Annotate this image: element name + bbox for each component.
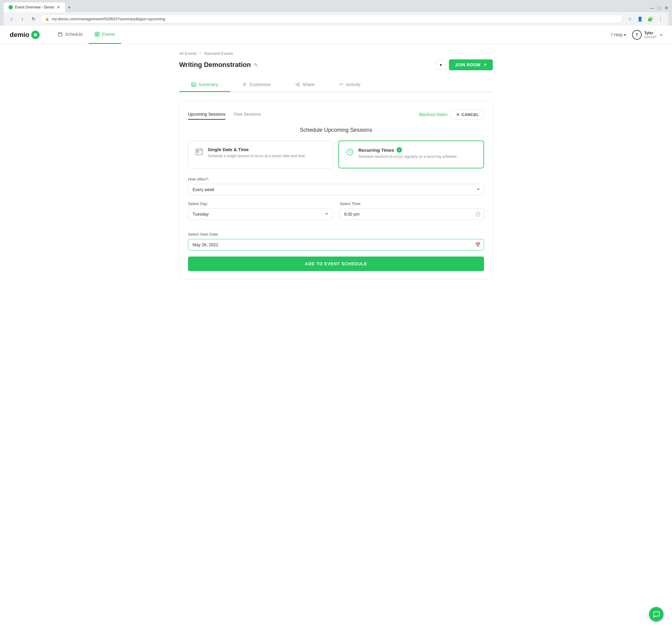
select-time-input[interactable] bbox=[340, 208, 484, 220]
bookmark-icon[interactable]: ☆ bbox=[625, 15, 634, 23]
start-date-label: Select Start Date: bbox=[188, 232, 484, 237]
recurring-icon bbox=[345, 147, 355, 157]
breadcrumb-all-events[interactable]: All Events bbox=[179, 51, 197, 56]
breadcrumb-separator: > bbox=[199, 51, 201, 56]
session-cards: Single Date & Time Schedule a single ses… bbox=[188, 141, 484, 168]
select-day-label: Select Day: bbox=[188, 202, 332, 206]
svg-point-15 bbox=[298, 85, 299, 86]
select-time-group: Select Time: 🕐 bbox=[340, 202, 484, 220]
day-time-row: Select Day: Monday Tuesday Wednesday Thu… bbox=[188, 202, 484, 226]
help-button[interactable]: ? Help ▾ bbox=[610, 32, 626, 37]
back-button[interactable]: ‹ bbox=[7, 15, 16, 23]
chat-fab-button[interactable] bbox=[649, 607, 664, 622]
user-menu-button[interactable]: T Tyler GetVoIP ▾ bbox=[632, 30, 662, 40]
single-date-title: Single Date & Time bbox=[208, 147, 327, 152]
external-link-icon: ↗ bbox=[483, 63, 487, 67]
svg-rect-6 bbox=[97, 32, 99, 34]
svg-point-0 bbox=[34, 33, 37, 36]
browser-tab-active[interactable]: Event Overview - Demio ✕ bbox=[4, 2, 65, 12]
calendar-icon: 📅 bbox=[475, 242, 480, 247]
select-time-label: Select Time: bbox=[340, 202, 484, 206]
profile-icon[interactable]: 👤 bbox=[636, 15, 644, 23]
url-text: my.demio.com/manage/event/520653?summary… bbox=[52, 17, 165, 21]
window-minimize-icon[interactable]: — bbox=[649, 5, 654, 11]
start-date-input-wrapper: 📅 bbox=[188, 239, 484, 251]
tab-favicon bbox=[8, 5, 13, 9]
nav-events[interactable]: Events bbox=[89, 26, 121, 44]
tabs: Summary Customize Share Activity bbox=[179, 77, 493, 92]
user-chevron-icon: ▾ bbox=[660, 32, 662, 37]
how-often-label: How often?: bbox=[188, 177, 484, 182]
breadcrumb-category[interactable]: Standard Events bbox=[204, 51, 233, 56]
session-tab-past[interactable]: Past Sessions bbox=[234, 109, 261, 120]
svg-line-16 bbox=[297, 84, 298, 84]
select-day-group: Select Day: Monday Tuesday Wednesday Thu… bbox=[188, 202, 332, 220]
nav-schedule[interactable]: Schedule bbox=[52, 26, 89, 44]
schedule-title: Schedule Upcoming Sessions bbox=[188, 127, 484, 133]
recurring-check-badge: ✓ bbox=[397, 147, 402, 153]
select-day-select[interactable]: Monday Tuesday Wednesday Thursday Friday… bbox=[188, 208, 332, 220]
address-bar[interactable]: 🔒 my.demio.com/manage/event/520653?summa… bbox=[40, 15, 623, 23]
edit-icon[interactable]: ✎ bbox=[254, 62, 258, 68]
start-date-group: Select Start Date: 📅 bbox=[188, 232, 484, 251]
logo-text: demio bbox=[10, 31, 29, 39]
window-close-icon[interactable]: ✕ bbox=[665, 5, 668, 11]
settings-icon[interactable]: ⋮ bbox=[656, 15, 665, 23]
tab-close-icon[interactable]: ✕ bbox=[56, 5, 60, 10]
svg-point-14 bbox=[296, 84, 297, 85]
svg-point-13 bbox=[298, 83, 299, 84]
svg-rect-22 bbox=[197, 151, 198, 153]
header-actions: ▾ JOIN ROOM ↗ bbox=[436, 60, 493, 70]
svg-rect-5 bbox=[95, 32, 97, 34]
how-often-group: How often?: Every week Every two weeks E… bbox=[188, 177, 484, 195]
dropdown-chevron-icon: ▾ bbox=[440, 63, 442, 67]
session-tabs: Upcoming Sessions Past Sessions bbox=[188, 109, 269, 120]
tab-customize[interactable]: Customize bbox=[230, 77, 283, 92]
tab-summary[interactable]: Summary bbox=[179, 77, 230, 92]
extensions-icon[interactable]: 🧩 bbox=[646, 15, 654, 23]
window-maximize-icon[interactable]: □ bbox=[658, 5, 661, 11]
help-icon: ? bbox=[610, 32, 613, 37]
join-room-button[interactable]: JOIN ROOM ↗ bbox=[449, 60, 493, 70]
tab-activity[interactable]: Activity bbox=[327, 77, 373, 92]
page-title-row: Writing Demonstration ✎ bbox=[179, 61, 258, 69]
blackout-dates-link[interactable]: Blackout Dates bbox=[419, 112, 448, 117]
recurring-card[interactable]: Recurring Times ✓ Schedule sessions to o… bbox=[338, 141, 484, 168]
user-avatar: T bbox=[632, 30, 642, 40]
time-icon: 🕐 bbox=[475, 212, 480, 216]
cancel-button[interactable]: ✕ CANCEL bbox=[451, 110, 484, 120]
page-title: Writing Demonstration bbox=[179, 61, 251, 69]
logo-icon bbox=[31, 30, 40, 39]
nav-links: Schedule Events bbox=[52, 26, 121, 44]
new-tab-button[interactable]: + bbox=[65, 3, 73, 12]
single-date-desc: Schedule a single session to occur at a … bbox=[208, 153, 327, 159]
recurring-title: Recurring Times ✓ bbox=[358, 147, 477, 153]
forward-button[interactable]: › bbox=[18, 15, 27, 23]
single-date-card[interactable]: Single Date & Time Schedule a single ses… bbox=[188, 141, 334, 168]
reload-button[interactable]: ↻ bbox=[29, 15, 38, 23]
breadcrumb: All Events > Standard Events bbox=[179, 51, 493, 56]
tab-title: Event Overview - Demio bbox=[15, 5, 54, 9]
how-often-select[interactable]: Every week Every two weeks Every month bbox=[188, 184, 484, 195]
time-input-wrapper: 🕐 bbox=[340, 208, 484, 220]
svg-rect-7 bbox=[95, 34, 97, 36]
session-actions: Blackout Dates ✕ CANCEL bbox=[419, 110, 484, 120]
svg-rect-8 bbox=[97, 34, 99, 36]
page-header: Writing Demonstration ✎ ▾ JOIN ROOM ↗ bbox=[179, 60, 493, 70]
recurring-desc: Schedule sessions to occur regularly on … bbox=[358, 154, 477, 159]
tab-share[interactable]: Share bbox=[283, 77, 327, 92]
start-date-input[interactable] bbox=[188, 239, 484, 251]
help-chevron-icon: ▾ bbox=[624, 32, 626, 37]
logo: demio bbox=[10, 30, 40, 39]
dropdown-button[interactable]: ▾ bbox=[436, 60, 446, 70]
session-tab-upcoming[interactable]: Upcoming Sessions bbox=[188, 109, 225, 120]
svg-rect-1 bbox=[58, 33, 62, 36]
svg-line-17 bbox=[297, 85, 298, 86]
lock-icon: 🔒 bbox=[45, 17, 49, 21]
user-info: Tyler GetVoIP bbox=[644, 30, 656, 39]
content-panel: Upcoming Sessions Past Sessions Blackout… bbox=[179, 100, 493, 280]
single-date-icon bbox=[194, 147, 204, 157]
cancel-x-icon: ✕ bbox=[456, 112, 460, 117]
add-to-schedule-button[interactable]: ADD TO EVENT SCHEDULE bbox=[188, 257, 484, 271]
session-tabs-header: Upcoming Sessions Past Sessions Blackout… bbox=[188, 109, 484, 120]
